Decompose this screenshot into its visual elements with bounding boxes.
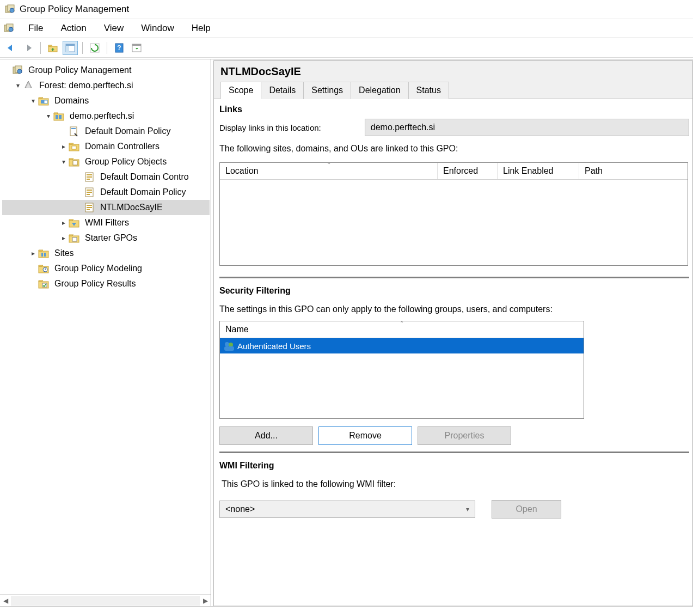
sort-caret-icon: ⌃	[327, 162, 331, 168]
gpo-title: NTLMDocSayIE	[220, 65, 687, 78]
add-button[interactable]: Add...	[219, 426, 313, 445]
security-desc: The settings in this GPO can only apply …	[219, 304, 689, 314]
tab-scope-body: Links Display links in this location: de…	[214, 99, 692, 606]
properties-button[interactable]	[129, 41, 144, 55]
svg-rect-29	[73, 161, 77, 165]
scroll-track[interactable]	[11, 596, 200, 606]
navigation-tree[interactable]: ▸Group Policy Management▾Forest: demo.pe…	[0, 59, 211, 594]
ou-icon	[69, 141, 79, 152]
wmi-heading: WMI Filtering	[219, 461, 689, 471]
toolbar-separator	[107, 42, 107, 54]
expand-toggle-icon[interactable]: ▾	[13, 82, 23, 89]
svg-text:?: ?	[117, 44, 121, 52]
menu-view[interactable]: View	[96, 21, 132, 36]
expand-toggle-icon[interactable]: ▸	[59, 143, 69, 150]
gpo-link-icon	[69, 126, 79, 137]
menu-bar: File Action View Window Help	[0, 19, 693, 38]
svg-rect-14	[132, 44, 141, 46]
tree-node[interactable]: ▾Forest: demo.perftech.si	[2, 78, 210, 93]
svg-rect-33	[87, 179, 90, 180]
expand-toggle-icon[interactable]: ▾	[59, 158, 69, 166]
svg-rect-9	[66, 46, 69, 52]
svg-rect-31	[87, 174, 92, 175]
expand-toggle-icon[interactable]: ▾	[44, 112, 53, 120]
tree-node[interactable]: ▾demo.perftech.si	[2, 108, 210, 124]
svg-rect-40	[87, 207, 92, 208]
tab-scope[interactable]: Scope	[220, 82, 261, 99]
svg-rect-41	[87, 209, 90, 210]
svg-rect-37	[87, 194, 90, 195]
tab-delegation[interactable]: Delegation	[351, 82, 409, 99]
tree-node[interactable]: ▸Domain Controllers	[2, 139, 210, 154]
refresh-button[interactable]	[87, 41, 102, 55]
wmi-filter-value: <none>	[225, 504, 255, 514]
tree-node-label: Forest: demo.perftech.si	[37, 80, 136, 92]
show-hide-tree-button[interactable]	[63, 41, 78, 55]
section-separator	[219, 452, 689, 453]
svg-point-52	[225, 342, 229, 346]
links-location-combo[interactable]: demo.perftech.si	[365, 119, 689, 136]
tree-node[interactable]: ▸Group Policy Results	[2, 276, 210, 291]
menu-help[interactable]: Help	[184, 21, 218, 36]
col-location[interactable]: ⌃ Location	[220, 163, 438, 179]
main-split: ▸Group Policy Management▾Forest: demo.pe…	[0, 59, 693, 606]
sites-icon	[38, 248, 49, 259]
security-table[interactable]: ⌃ Name Authenticated Users	[219, 321, 584, 419]
tree-node-label: Sites	[52, 247, 76, 259]
tree-node[interactable]: ▸Starter GPOs	[2, 230, 210, 246]
menu-file[interactable]: File	[21, 21, 51, 36]
security-col-name[interactable]: ⌃ Name	[220, 321, 584, 338]
expand-toggle-icon[interactable]: ▸	[28, 249, 38, 257]
links-table[interactable]: ⌃ Location Enforced Link Enabled Path	[219, 162, 688, 266]
scroll-left-icon[interactable]: ◀	[0, 595, 11, 606]
col-link-enabled[interactable]: Link Enabled	[498, 163, 579, 179]
help-button[interactable]: ?	[112, 41, 127, 55]
svg-rect-32	[87, 176, 92, 178]
svg-rect-20	[44, 100, 47, 103]
tree-pane: ▸Group Policy Management▾Forest: demo.pe…	[0, 59, 211, 606]
tree-node[interactable]: ▸Default Domain Policy	[2, 185, 210, 200]
results-icon	[38, 278, 49, 289]
tree-node[interactable]: ▸Sites	[2, 246, 210, 261]
links-heading: Links	[219, 105, 689, 114]
up-folder-button[interactable]	[45, 41, 60, 55]
tree-node[interactable]: ▸Group Policy Modeling	[2, 261, 210, 276]
tree-node-label: demo.perftech.si	[68, 110, 136, 122]
tree-node[interactable]: ▾Group Policy Objects	[2, 154, 210, 169]
tree-node[interactable]: ▸NTLMDocSayIE	[2, 200, 210, 215]
tab-settings[interactable]: Settings	[303, 82, 351, 99]
properties-button[interactable]: Properties	[418, 426, 511, 445]
back-button[interactable]	[3, 41, 19, 55]
expand-toggle-icon[interactable]: ▸	[59, 219, 69, 227]
tree-node[interactable]: ▾Domains	[2, 93, 210, 108]
expand-toggle-icon[interactable]: ▸	[59, 234, 69, 242]
tab-status[interactable]: Status	[408, 82, 449, 99]
tab-details[interactable]: Details	[261, 82, 304, 99]
col-enforced[interactable]: Enforced	[438, 163, 498, 179]
col-path[interactable]: Path	[579, 163, 688, 179]
menu-action[interactable]: Action	[53, 21, 94, 36]
security-buttons: Add... Remove Properties	[219, 426, 689, 445]
gpm-icon	[12, 65, 23, 76]
expand-toggle-icon[interactable]: ▾	[28, 97, 38, 105]
wmi-filter-combo[interactable]: <none> ▾	[219, 501, 475, 518]
tree-node[interactable]: ▸Group Policy Management	[2, 63, 210, 78]
svg-point-53	[229, 343, 233, 347]
svg-rect-27	[72, 146, 76, 149]
content-pane: NTLMDocSayIE Scope Details Settings Dele…	[211, 59, 693, 606]
svg-rect-23	[59, 115, 62, 119]
wmi-open-button[interactable]: Open	[492, 500, 561, 519]
svg-rect-39	[87, 205, 92, 206]
tree-node-label: Group Policy Objects	[83, 156, 169, 168]
forest-icon	[23, 80, 34, 91]
remove-button[interactable]: Remove	[318, 426, 412, 445]
tree-horizontal-scrollbar[interactable]: ◀ ▶	[0, 594, 211, 606]
scroll-right-icon[interactable]: ▶	[200, 595, 211, 606]
tree-node[interactable]: ▸Default Domain Policy	[2, 124, 210, 139]
security-row-authenticated-users[interactable]: Authenticated Users	[220, 338, 584, 353]
tree-node[interactable]: ▸Default Domain Contro	[2, 169, 210, 185]
tree-node[interactable]: ▸WMI Filters	[2, 215, 210, 230]
menu-window[interactable]: Window	[133, 21, 181, 36]
forward-button[interactable]	[21, 41, 36, 55]
svg-rect-46	[41, 253, 43, 257]
